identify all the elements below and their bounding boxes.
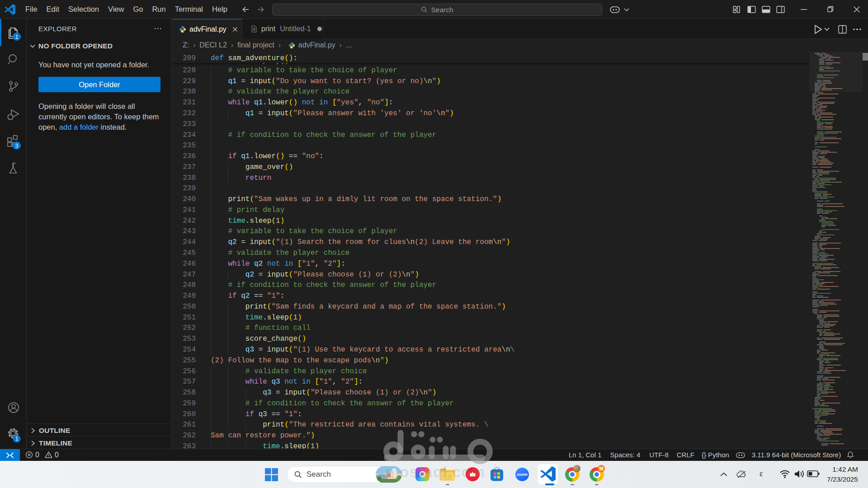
svg-text:mostaql.com: mostaql.com — [386, 463, 486, 480]
